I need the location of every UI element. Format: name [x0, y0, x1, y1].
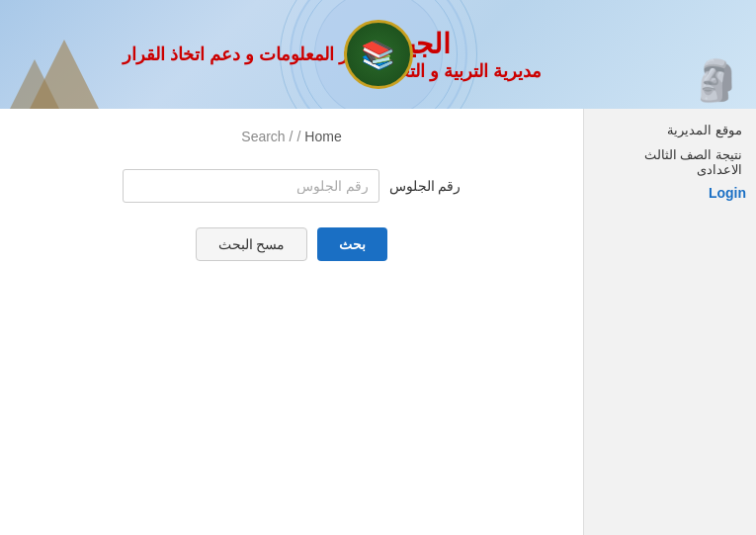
input-row: رقم الجلوس — [123, 169, 462, 203]
seat-number-input[interactable] — [123, 169, 379, 203]
header-left-section: مركز المعلومات و دعم اتخاذ القرار — [20, 44, 378, 65]
breadcrumb-separator: / — [296, 129, 300, 144]
sidebar-link-directoriate[interactable]: موقع المديرية — [594, 121, 746, 139]
breadcrumb: Search / / Home — [30, 129, 553, 144]
sidebar: موقع المديرية نتيجة الصف الثالث الاعدادى… — [583, 109, 756, 535]
sidebar-login-link[interactable]: Login — [594, 185, 746, 201]
breadcrumb-search[interactable]: Search / — [241, 129, 293, 144]
logo-icon — [344, 20, 413, 89]
search-button[interactable]: بحث — [317, 227, 387, 261]
sidebar-link-results[interactable]: نتيجة الصف الثالث الاعدادى — [594, 145, 746, 179]
input-label: رقم الجلوس — [389, 178, 462, 194]
search-form: رقم الجلوس بحث مسح البحث — [30, 169, 553, 261]
main-layout: Search / / Home رقم الجلوس بحث مسح البحث… — [0, 109, 756, 535]
breadcrumb-home[interactable]: Home — [304, 129, 341, 144]
clear-button[interactable]: مسح البحث — [196, 227, 308, 261]
header-right-section: الجيزة مديرية التربية و التعليم — [378, 28, 737, 82]
content-area: Search / / Home رقم الجلوس بحث مسح البحث — [0, 109, 583, 535]
pyramid-small-icon — [10, 59, 59, 109]
header: 🗿 مركز المعلومات و دعم اتخاذ القرار الجي… — [0, 0, 756, 109]
header-left-title: مركز المعلومات و دعم اتخاذ القرار — [20, 44, 378, 65]
buttons-row: بحث مسح البحث — [196, 227, 388, 261]
